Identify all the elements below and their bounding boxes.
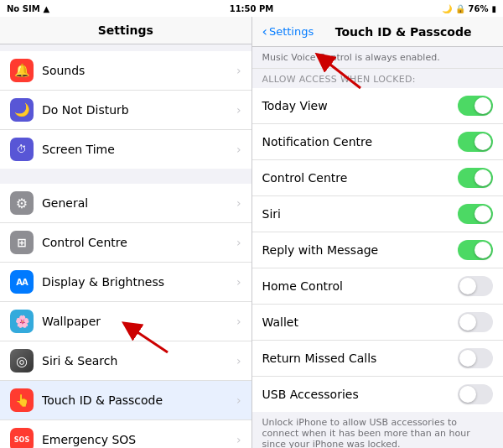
screentime-label: Screen Time bbox=[42, 143, 236, 156]
sirisearch-chevron: › bbox=[236, 354, 241, 367]
home-control-label: Home Control bbox=[262, 279, 459, 293]
reply-message-item[interactable]: Reply with Message bbox=[252, 232, 504, 268]
notification-centre-toggle[interactable] bbox=[458, 132, 493, 152]
emergencysos-chevron: › bbox=[236, 433, 241, 446]
usb-accessories-label: USB Accessories bbox=[262, 388, 459, 401]
sounds-chevron: › bbox=[236, 64, 241, 77]
status-bar: No SIM ▲ 11:50 PM 🌙 🔒 76% ▮ bbox=[0, 0, 503, 17]
access-locked-section: Today View Notification Centre Control C… bbox=[252, 88, 504, 412]
displaybrightness-chevron: › bbox=[236, 275, 241, 289]
touchid-label: Touch ID & Passcode bbox=[42, 393, 236, 407]
wallet-toggle[interactable] bbox=[458, 312, 493, 332]
sounds-icon: 🔔 bbox=[10, 59, 34, 82]
siri-toggle[interactable] bbox=[458, 204, 493, 224]
battery-icon: ▮ bbox=[491, 4, 496, 13]
control-centre-item[interactable]: Control Centre bbox=[252, 160, 504, 196]
donotdisturb-icon: 🌙 bbox=[10, 98, 34, 122]
back-chevron-icon: ‹ bbox=[262, 23, 267, 39]
usb-accessories-item[interactable]: USB Accessories bbox=[252, 377, 504, 412]
touchid-chevron: › bbox=[236, 393, 241, 407]
return-missed-calls-item[interactable]: Return Missed Calls bbox=[252, 341, 504, 377]
reply-message-toggle[interactable] bbox=[458, 240, 493, 260]
emergencysos-label: Emergency SOS bbox=[42, 433, 236, 446]
usb-accessories-toggle[interactable] bbox=[458, 384, 493, 404]
settings-item-controlcentre[interactable]: ⊞ Control Centre › bbox=[0, 223, 252, 263]
notification-centre-label: Notification Centre bbox=[262, 135, 459, 148]
notification-centre-item[interactable]: Notification Centre bbox=[252, 124, 504, 160]
settings-item-screentime[interactable]: ⏱ Screen Time › bbox=[0, 130, 252, 169]
wallpaper-icon: 🌸 bbox=[10, 310, 34, 333]
controlcentre-label: Control Centre bbox=[42, 236, 236, 249]
general-icon: ⚙ bbox=[10, 191, 34, 215]
touchid-list: Music Voice Control is always enabled. A… bbox=[252, 47, 504, 448]
donotdisturb-label: Do Not Disturb bbox=[42, 103, 236, 117]
back-label: Settings bbox=[269, 25, 314, 38]
settings-item-displaybrightness[interactable]: AA Display & Brightness › bbox=[0, 263, 252, 302]
return-missed-calls-label: Return Missed Calls bbox=[262, 352, 459, 365]
no-sim-label: No SIM bbox=[7, 4, 40, 13]
settings-item-emergencysos[interactable]: SOS Emergency SOS › bbox=[0, 420, 252, 448]
settings-item-sounds[interactable]: 🔔 Sounds › bbox=[0, 51, 252, 91]
wifi-icon: ▲ bbox=[44, 4, 50, 13]
displaybrightness-label: Display & Brightness bbox=[42, 275, 236, 289]
music-voice-note: Music Voice Control is always enabled. bbox=[252, 47, 504, 69]
status-bar-right: 🌙 🔒 76% ▮ bbox=[442, 4, 496, 13]
screentime-chevron: › bbox=[236, 143, 241, 156]
wallpaper-chevron: › bbox=[236, 315, 241, 328]
emergencysos-icon: SOS bbox=[10, 428, 34, 448]
controlcentre-chevron: › bbox=[236, 236, 241, 249]
screentime-icon: ⏱ bbox=[10, 138, 34, 161]
general-chevron: › bbox=[236, 196, 241, 210]
touchid-title: Touch ID & Passcode bbox=[314, 25, 493, 39]
settings-item-touchid[interactable]: 👆 Touch ID & Passcode › bbox=[0, 381, 252, 420]
settings-list: 🔔 Sounds › 🌙 Do Not Disturb › ⏱ Screen T… bbox=[0, 44, 252, 448]
wallet-item[interactable]: Wallet bbox=[252, 305, 504, 341]
touchid-panel: ‹ Settings Touch ID & Passcode Music Voi… bbox=[252, 17, 504, 448]
allow-access-header: ALLOW ACCESS WHEN LOCKED: bbox=[252, 69, 504, 88]
siri-item[interactable]: Siri bbox=[252, 196, 504, 232]
settings-item-general[interactable]: ⚙ General › bbox=[0, 184, 252, 223]
status-bar-left: No SIM ▲ bbox=[7, 4, 49, 13]
sirisearch-label: Siri & Search bbox=[42, 354, 236, 367]
home-control-item[interactable]: Home Control bbox=[252, 268, 504, 305]
settings-section-2: ⚙ General › ⊞ Control Centre › AA Displa… bbox=[0, 184, 252, 448]
sounds-label: Sounds bbox=[42, 64, 236, 77]
settings-section-1: 🔔 Sounds › 🌙 Do Not Disturb › ⏱ Screen T… bbox=[0, 51, 252, 169]
settings-item-donotdisturb[interactable]: 🌙 Do Not Disturb › bbox=[0, 91, 252, 130]
sirisearch-icon: ◎ bbox=[10, 349, 34, 372]
today-view-label: Today View bbox=[262, 99, 459, 112]
lock-icon: 🔒 bbox=[455, 4, 465, 13]
today-view-item[interactable]: Today View bbox=[252, 88, 504, 124]
controlcentre-icon: ⊞ bbox=[10, 231, 34, 254]
usb-note-text: Unlock iPhone to allow USB accessories t… bbox=[262, 417, 470, 448]
displaybrightness-icon: AA bbox=[10, 270, 34, 294]
control-centre-label: Control Centre bbox=[262, 171, 459, 185]
wallpaper-label: Wallpaper bbox=[42, 315, 236, 328]
moon-icon: 🌙 bbox=[442, 4, 452, 13]
siri-label: Siri bbox=[262, 207, 459, 221]
settings-title: Settings bbox=[10, 23, 241, 37]
music-voice-text: Music Voice Control is always enabled. bbox=[262, 52, 440, 63]
touchid-icon: 👆 bbox=[10, 388, 34, 412]
back-button[interactable]: ‹ Settings bbox=[262, 23, 314, 39]
settings-item-wallpaper[interactable]: 🌸 Wallpaper › bbox=[0, 302, 252, 341]
wallet-label: Wallet bbox=[262, 315, 459, 329]
control-centre-toggle[interactable] bbox=[458, 168, 493, 188]
usb-note: Unlock iPhone to allow USB accessories t… bbox=[252, 412, 504, 448]
donotdisturb-chevron: › bbox=[236, 103, 241, 117]
settings-panel: Settings 🔔 Sounds › 🌙 Do Not Disturb › ⏱… bbox=[0, 17, 252, 448]
general-label: General bbox=[42, 196, 236, 210]
right-nav-header: ‹ Settings Touch ID & Passcode bbox=[252, 17, 504, 47]
today-view-toggle[interactable] bbox=[458, 96, 493, 116]
return-missed-calls-toggle[interactable] bbox=[458, 348, 493, 368]
reply-message-label: Reply with Message bbox=[262, 243, 459, 257]
battery-level: 76% bbox=[469, 4, 489, 13]
home-control-toggle[interactable] bbox=[458, 276, 493, 296]
settings-item-sirisearch[interactable]: ◎ Siri & Search › bbox=[0, 341, 252, 381]
status-bar-time: 11:50 PM bbox=[230, 4, 274, 13]
left-nav-header: Settings bbox=[0, 17, 252, 44]
